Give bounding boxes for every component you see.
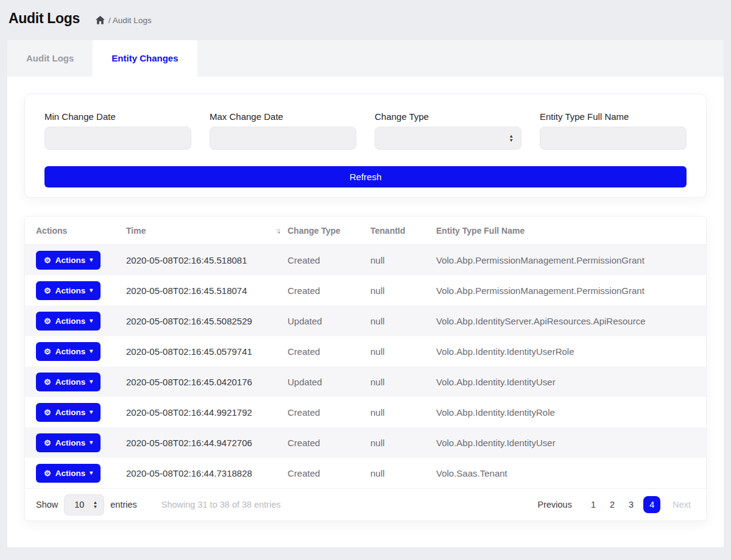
pagination: Previous 1 2 3 4 Next xyxy=(534,496,695,513)
change-type-cell: Created xyxy=(288,346,370,357)
row-actions-button[interactable]: ⚙ Actions ▾ xyxy=(36,281,101,300)
select-arrows-icon: ▲▼ xyxy=(93,500,97,509)
actions-cell: ⚙ Actions ▾ xyxy=(36,403,126,422)
row-actions-button[interactable]: ⚙ Actions ▾ xyxy=(36,251,101,270)
time-cell: 2020-05-08T02:16:44.9921792 xyxy=(126,407,288,418)
change-type-cell: Created xyxy=(288,285,370,296)
time-cell: 2020-05-08T02:16:44.9472706 xyxy=(126,438,288,448)
actions-cell: ⚙ Actions ▾ xyxy=(36,342,126,361)
row-actions-button[interactable]: ⚙ Actions ▾ xyxy=(36,464,101,483)
table-row: ⚙ Actions ▾ 2020-05-08T02:16:44.9472706 … xyxy=(25,427,706,458)
entries-label: entries xyxy=(110,500,137,509)
breadcrumb: / Audit Logs xyxy=(96,16,152,25)
showing-entries-status: Showing 31 to 38 of 38 entries xyxy=(161,500,281,509)
row-actions-label: Actions xyxy=(55,286,86,295)
breadcrumb-path[interactable]: / Audit Logs xyxy=(108,16,152,25)
tab-bar: Audit Logs Entity Changes xyxy=(7,40,724,77)
filter-field-entity-type: Entity Type Full Name xyxy=(540,111,687,150)
min-change-date-input[interactable] xyxy=(44,127,191,150)
caret-down-icon: ▾ xyxy=(90,318,93,324)
gear-icon: ⚙ xyxy=(44,317,51,325)
min-change-date-label: Min Change Date xyxy=(44,111,191,122)
change-type-label: Change Type xyxy=(375,111,521,122)
row-actions-button[interactable]: ⚙ Actions ▾ xyxy=(36,312,101,331)
caret-down-icon: ▾ xyxy=(90,348,93,354)
entity-type-input[interactable] xyxy=(540,127,687,150)
time-cell: 2020-05-08T02:16:45.5082529 xyxy=(126,316,288,326)
table-row: ⚙ Actions ▾ 2020-05-08T02:16:45.518074 C… xyxy=(25,275,706,306)
show-label: Show xyxy=(36,500,58,509)
time-cell: 2020-05-08T02:16:45.0579741 xyxy=(126,346,288,357)
home-icon[interactable] xyxy=(96,16,105,24)
table-row: ⚙ Actions ▾ 2020-05-08T02:16:44.9921792 … xyxy=(25,397,706,427)
entity-type-cell: Volo.Abp.IdentityServer.ApiResources.Api… xyxy=(436,316,695,326)
max-change-date-label: Max Change Date xyxy=(210,111,356,122)
sort-icon[interactable]: ↑↓ xyxy=(275,226,280,235)
tenant-id-cell: null xyxy=(370,438,436,448)
row-actions-button[interactable]: ⚙ Actions ▾ xyxy=(36,433,101,452)
tenant-id-cell: null xyxy=(370,377,436,387)
table-header-row: Actions Time ↑↓ Change Type TenantId Ent… xyxy=(25,217,706,245)
caret-down-icon: ▾ xyxy=(90,287,93,293)
pagination-next[interactable]: Next xyxy=(668,497,695,512)
actions-cell: ⚙ Actions ▾ xyxy=(36,281,126,300)
row-actions-label: Actions xyxy=(55,438,86,447)
row-actions-label: Actions xyxy=(55,377,86,387)
entity-type-cell: Volo.Abp.Identity.IdentityUserRole xyxy=(436,346,695,357)
tab-entity-changes[interactable]: Entity Changes xyxy=(93,40,197,77)
column-header-actions[interactable]: Actions xyxy=(36,226,126,236)
gear-icon: ⚙ xyxy=(44,408,51,416)
entity-type-cell: Volo.Saas.Tenant xyxy=(436,468,695,478)
gear-icon: ⚙ xyxy=(44,348,51,355)
page-size-group: Show 10 ▲▼ entries xyxy=(36,494,137,516)
time-cell: 2020-05-08T02:16:45.0420176 xyxy=(126,377,288,387)
tab-audit-logs[interactable]: Audit Logs xyxy=(7,40,93,77)
tab-content-panel: Min Change Date Max Change Date Change T… xyxy=(7,77,724,547)
pagination-page-4-active[interactable]: 4 xyxy=(643,496,660,513)
time-cell: 2020-05-08T02:16:45.518074 xyxy=(126,285,288,296)
row-actions-button[interactable]: ⚙ Actions ▾ xyxy=(36,373,101,391)
caret-down-icon: ▾ xyxy=(90,470,93,476)
caret-down-icon: ▾ xyxy=(90,257,93,263)
max-change-date-input[interactable] xyxy=(210,127,356,150)
gear-icon: ⚙ xyxy=(44,469,51,477)
change-type-select[interactable] xyxy=(375,127,521,150)
change-type-cell: Created xyxy=(288,407,370,418)
page-size-value: 10 xyxy=(74,500,84,509)
column-header-tenant-id[interactable]: TenantId xyxy=(370,226,436,236)
entity-type-cell: Volo.Abp.PermissionManagement.Permission… xyxy=(436,255,695,265)
gear-icon: ⚙ xyxy=(44,256,51,264)
entity-type-cell: Volo.Abp.Identity.IdentityUser xyxy=(436,377,695,387)
caret-down-icon: ▾ xyxy=(90,439,93,446)
column-header-change-type[interactable]: Change Type xyxy=(288,226,370,236)
row-actions-label: Actions xyxy=(55,347,86,356)
table-row: ⚙ Actions ▾ 2020-05-08T02:16:45.0579741 … xyxy=(25,336,706,366)
caret-down-icon: ▾ xyxy=(90,409,93,415)
page-size-select[interactable]: 10 ▲▼ xyxy=(64,494,104,516)
caret-down-icon: ▾ xyxy=(90,379,93,385)
table-body: ⚙ Actions ▾ 2020-05-08T02:16:45.518081 C… xyxy=(25,245,706,488)
filter-card: Min Change Date Max Change Date Change T… xyxy=(24,94,707,198)
row-actions-label: Actions xyxy=(55,256,86,265)
row-actions-button[interactable]: ⚙ Actions ▾ xyxy=(36,403,101,422)
entity-changes-table: Actions Time ↑↓ Change Type TenantId Ent… xyxy=(24,216,707,521)
column-header-entity-type[interactable]: Entity Type Full Name xyxy=(436,226,695,236)
actions-cell: ⚙ Actions ▾ xyxy=(36,433,126,452)
filter-field-min-change-date: Min Change Date xyxy=(44,111,191,150)
change-type-cell: Created xyxy=(288,438,370,448)
pagination-page-3[interactable]: 3 xyxy=(624,497,638,512)
filter-field-max-change-date: Max Change Date xyxy=(210,111,356,150)
tenant-id-cell: null xyxy=(370,468,436,478)
pagination-previous[interactable]: Previous xyxy=(534,497,576,512)
tenant-id-cell: null xyxy=(370,285,436,296)
column-header-time[interactable]: Time ↑↓ xyxy=(126,226,288,236)
pagination-page-1[interactable]: 1 xyxy=(587,497,600,512)
pagination-page-2[interactable]: 2 xyxy=(606,497,619,512)
row-actions-label: Actions xyxy=(55,408,86,417)
gear-icon: ⚙ xyxy=(44,439,51,447)
row-actions-button[interactable]: ⚙ Actions ▾ xyxy=(36,342,101,361)
refresh-button[interactable]: Refresh xyxy=(44,166,687,187)
actions-cell: ⚙ Actions ▾ xyxy=(36,373,126,391)
table-footer: Show 10 ▲▼ entries Showing 31 to 38 of 3… xyxy=(25,488,706,520)
page-header: Audit Logs / Audit Logs xyxy=(0,0,731,35)
